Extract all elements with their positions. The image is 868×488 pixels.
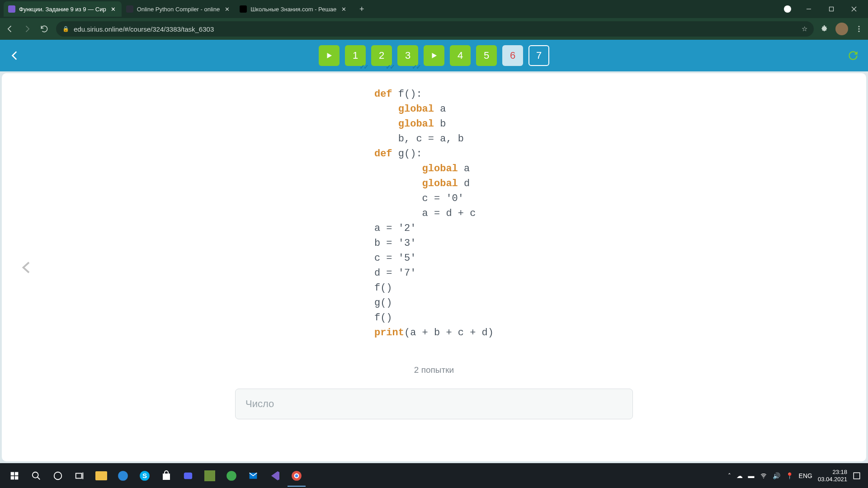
svg-rect-19: [163, 474, 170, 480]
tab-title: Школьные Знания.com - Решае: [250, 6, 336, 13]
discord-icon[interactable]: [177, 465, 199, 487]
tab-title: Online Python Compiler - online: [137, 6, 220, 13]
start-button[interactable]: [4, 465, 25, 487]
close-icon[interactable]: ✕: [110, 5, 117, 13]
new-tab-button[interactable]: +: [355, 3, 368, 15]
minimize-button[interactable]: [798, 2, 819, 16]
check-icon: ✓✓: [386, 63, 394, 70]
lesson-video-button-2[interactable]: [424, 45, 444, 66]
task-navigator: 1✓✓ 2✓✓ 3✓✓ 4 5 6 7: [319, 45, 549, 66]
chrome-icon[interactable]: [286, 465, 307, 487]
vscode-icon[interactable]: [264, 465, 286, 487]
svg-rect-14: [76, 473, 82, 478]
prev-lesson-button[interactable]: [20, 258, 33, 277]
course-back-button[interactable]: [9, 50, 21, 61]
window-controls: [784, 2, 864, 16]
clock[interactable]: 23:18 03.04.2021: [818, 469, 847, 483]
star-icon[interactable]: ☆: [802, 25, 807, 33]
task-3-button[interactable]: 3✓✓: [397, 45, 418, 66]
explorer-icon[interactable]: [90, 465, 112, 487]
cortana-button[interactable]: [47, 465, 69, 487]
task-1-button[interactable]: 1✓✓: [345, 45, 366, 66]
tab-title: Функции. Задание 9 из 9 — Сир: [19, 6, 106, 13]
windows-taskbar: S ˄ ☁ ▬ 🔊 📍 ENG 23:18 03.04.2021: [0, 463, 868, 488]
skype-icon[interactable]: S: [134, 465, 156, 487]
code-block: def f(): global a global b b, c = a, b d…: [374, 87, 494, 340]
back-button[interactable]: [5, 23, 15, 34]
svg-point-5: [859, 28, 860, 30]
menu-icon[interactable]: [854, 24, 863, 33]
system-tray: ˄ ☁ ▬ 🔊 📍 ENG 23:18 03.04.2021: [728, 469, 864, 483]
lock-icon: 🔒: [62, 26, 69, 32]
mail-icon[interactable]: [242, 465, 264, 487]
svg-rect-10: [15, 476, 19, 479]
app-header: 1✓✓ 2✓✓ 3✓✓ 4 5 6 7: [0, 40, 868, 71]
lesson-video-button[interactable]: [319, 45, 340, 66]
tray-chevron-icon[interactable]: ˄: [728, 472, 731, 479]
svg-point-26: [763, 477, 764, 478]
app-icon[interactable]: [221, 465, 242, 487]
svg-point-6: [859, 31, 860, 32]
location-icon[interactable]: 📍: [786, 472, 793, 479]
task-view-button[interactable]: [69, 465, 90, 487]
browser-tab-3[interactable]: Школьные Знания.com - Решае ✕: [235, 1, 352, 17]
close-icon[interactable]: ✕: [223, 5, 231, 13]
extensions-icon[interactable]: [820, 24, 829, 33]
svg-rect-8: [15, 472, 19, 475]
profile-avatar[interactable]: [835, 23, 848, 35]
profile-indicator-icon[interactable]: [784, 5, 791, 13]
task-5-button[interactable]: 5: [476, 45, 497, 66]
minecraft-icon[interactable]: [199, 465, 221, 487]
notifications-icon[interactable]: [853, 472, 861, 480]
check-icon: ✓✓: [359, 63, 368, 70]
svg-point-21: [226, 471, 236, 481]
store-icon[interactable]: [156, 465, 177, 487]
task-4-button[interactable]: 4: [450, 45, 471, 66]
svg-rect-7: [11, 472, 14, 475]
attempts-label: 2 попытки: [20, 365, 848, 375]
toolbar-right: [820, 23, 863, 35]
task-2-button[interactable]: 2✓✓: [371, 45, 392, 66]
address-bar[interactable]: 🔒 edu.sirius.online/#/course/324/3383/ta…: [56, 21, 814, 37]
favicon-icon: [240, 5, 247, 13]
svg-rect-20: [184, 472, 192, 479]
content-area: def f(): global a global b b, c = a, b d…: [2, 73, 866, 461]
browser-toolbar: 🔒 edu.sirius.online/#/course/324/3383/ta…: [0, 18, 868, 40]
volume-icon[interactable]: 🔊: [773, 472, 780, 479]
onedrive-icon[interactable]: ☁: [736, 472, 743, 479]
url-text: edu.sirius.online/#/course/324/3383/task…: [74, 25, 797, 33]
svg-point-16: [118, 471, 128, 481]
battery-icon[interactable]: ▬: [748, 472, 755, 479]
close-window-button[interactable]: [844, 2, 864, 16]
task-6-button[interactable]: 6: [502, 45, 523, 66]
svg-text:S: S: [142, 472, 147, 479]
answer-input[interactable]: [235, 389, 633, 419]
edge-icon[interactable]: [112, 465, 134, 487]
close-icon[interactable]: ✕: [340, 5, 347, 13]
maximize-button[interactable]: [821, 2, 842, 16]
task-7-button[interactable]: 7: [528, 45, 549, 66]
sync-icon[interactable]: [847, 50, 859, 61]
svg-point-25: [295, 474, 298, 477]
svg-point-4: [859, 26, 860, 27]
svg-rect-9: [11, 476, 14, 479]
language-indicator[interactable]: ENG: [799, 472, 812, 479]
tab-strip: Функции. Задание 9 из 9 — Сир ✕ Online P…: [0, 0, 868, 18]
svg-point-11: [33, 472, 38, 478]
check-icon: ✓✓: [412, 63, 420, 70]
svg-rect-27: [854, 473, 860, 479]
svg-line-12: [38, 477, 40, 479]
wifi-icon[interactable]: [760, 473, 767, 479]
browser-chrome: Функции. Задание 9 из 9 — Сир ✕ Online P…: [0, 0, 868, 40]
favicon-icon: [8, 5, 15, 13]
reload-button[interactable]: [39, 23, 50, 34]
svg-rect-1: [830, 7, 834, 11]
browser-tab-2[interactable]: Online Python Compiler - online ✕: [122, 1, 236, 17]
svg-point-13: [54, 472, 62, 479]
browser-tab-1[interactable]: Функции. Задание 9 из 9 — Сир ✕: [4, 1, 122, 17]
forward-button[interactable]: [22, 23, 33, 34]
search-button[interactable]: [25, 465, 47, 487]
favicon-icon: [126, 5, 133, 13]
